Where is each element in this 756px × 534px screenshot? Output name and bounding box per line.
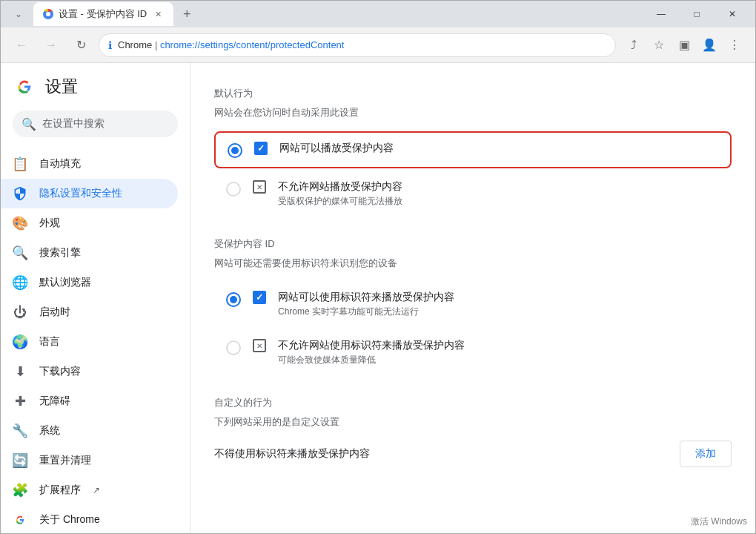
- option2-subtitle: 受版权保护的媒体可能无法播放: [278, 195, 720, 208]
- option4-title: 不允许网站使用标识符来播放受保护内容: [278, 339, 720, 352]
- sidebar-item-autofill[interactable]: 📋 自动填充: [1, 149, 178, 179]
- startup-label: 启动时: [39, 306, 70, 319]
- custom-behavior-label: 自定义的行为: [214, 396, 732, 409]
- nav-bar: ← → ↻ ℹ Chrome | chrome://settings/conte…: [1, 27, 755, 63]
- search-icon: 🔍: [21, 117, 36, 131]
- option1-text: 网站可以播放受保护内容: [279, 142, 718, 156]
- active-tab[interactable]: 设置 - 受保护内容 ID ✕: [33, 2, 173, 26]
- back-button[interactable]: ←: [10, 33, 33, 57]
- option-allow-identifier[interactable]: 网站可以使用标识符来播放受保护内容 Chrome 实时字幕功能可能无法运行: [214, 282, 732, 327]
- settings-title: 设置: [45, 76, 78, 98]
- option2-radio[interactable]: [226, 182, 241, 197]
- privacy-label: 隐私设置和安全性: [39, 187, 122, 200]
- title-bar-left: ⌄ 设置 - 受保护内容 ID ✕ +: [7, 2, 197, 26]
- autofill-label: 自动填充: [39, 157, 81, 171]
- appearance-label: 外观: [39, 217, 60, 230]
- extensions-icon: 🧩: [13, 483, 27, 498]
- menu-button[interactable]: ⋮: [723, 33, 746, 57]
- accessibility-label: 无障碍: [39, 395, 70, 408]
- title-bar: ⌄ 设置 - 受保护内容 ID ✕ + — □ ✕: [1, 1, 755, 27]
- option-allow-play[interactable]: 网站可以播放受保护内容: [214, 131, 732, 168]
- address-text: Chrome | chrome://settings/content/prote…: [118, 39, 606, 50]
- not-allowed-row: 不得使用标识符来播放受保护内容 添加: [214, 441, 732, 467]
- sidebar-item-privacy[interactable]: 隐私设置和安全性: [1, 179, 178, 208]
- option2-title: 不允许网站播放受保护内容: [278, 180, 720, 194]
- browser-label: 默认浏览器: [39, 276, 91, 289]
- option3-text: 网站可以使用标识符来播放受保护内容 Chrome 实时字幕功能可能无法运行: [278, 291, 720, 318]
- option1-checkbox: [254, 142, 268, 155]
- option4-radio[interactable]: [226, 340, 241, 355]
- sidebar-item-reset[interactable]: 🔄 重置并清理: [1, 446, 178, 475]
- add-button[interactable]: 添加: [680, 441, 732, 467]
- option3-radio[interactable]: [226, 292, 241, 307]
- address-path: chrome://settings/content/protectedConte…: [160, 39, 345, 50]
- chrome-label: Chrome: [118, 39, 152, 50]
- sidebar-item-about[interactable]: 关于 Chrome: [1, 505, 178, 533]
- tab-title: 设置 - 受保护内容 ID: [59, 7, 147, 21]
- profile-button[interactable]: 👤: [697, 33, 721, 57]
- google-logo: [13, 75, 36, 99]
- settings-search-bar[interactable]: 🔍 在设置中搜索: [13, 111, 178, 137]
- custom-behavior-desc: 下列网站采用的是自定义设置: [214, 415, 732, 429]
- option2-text: 不允许网站播放受保护内容 受版权保护的媒体可能无法播放: [278, 180, 720, 208]
- option1-radio[interactable]: [228, 143, 242, 158]
- option3-subtitle: Chrome 实时字幕功能可能无法运行: [278, 306, 720, 318]
- settings-header: 设置: [1, 69, 190, 111]
- tab-favicon: [42, 8, 54, 20]
- search-placeholder: 在设置中搜索: [42, 117, 105, 131]
- maximize-button[interactable]: □: [680, 1, 714, 27]
- sidebar-item-downloads[interactable]: ⬇ 下载内容: [1, 357, 178, 386]
- sidebar-item-startup[interactable]: ⏻ 启动时: [1, 297, 178, 327]
- sidebar-item-system[interactable]: 🔧 系统: [1, 416, 178, 446]
- downloads-icon: ⬇: [13, 364, 27, 379]
- share-button[interactable]: ⤴: [622, 33, 646, 57]
- close-button[interactable]: ✕: [715, 1, 749, 27]
- sidebar-item-browser[interactable]: 🌐 默认浏览器: [1, 268, 178, 297]
- not-allowed-label: 不得使用标识符来播放受保护内容: [214, 447, 370, 461]
- sidebar-item-search[interactable]: 🔍 搜索引擎: [1, 238, 178, 268]
- content-area: 默认行为 网站会在您访问时自动采用此设置 网站可以播放受保护内容 不允许网站播放…: [190, 63, 755, 533]
- option-disallow-identifier[interactable]: 不允许网站使用标识符来播放受保护内容 可能会致使媒体质量降低: [214, 330, 732, 375]
- protected-id-label: 受保护内容 ID: [214, 237, 732, 251]
- option4-blocked-icon: [253, 339, 266, 352]
- title-bar-controls: — □ ✕: [644, 1, 749, 27]
- main-content: 设置 🔍 在设置中搜索 📋 自动填充 隐私设置和安全性 🎨 外观: [1, 63, 755, 533]
- title-bar-chevron[interactable]: ⌄: [7, 2, 30, 26]
- option-disallow-play[interactable]: 不允许网站播放受保护内容 受版权保护的媒体可能无法播放: [214, 171, 732, 217]
- language-icon: 🌍: [13, 334, 27, 349]
- protected-id-desc: 网站可能还需要使用标识符来识别您的设备: [214, 257, 732, 270]
- language-label: 语言: [39, 335, 60, 349]
- address-bar[interactable]: ℹ Chrome | chrome://settings/content/pro…: [99, 33, 616, 57]
- sidebar-item-accessibility[interactable]: ✚ 无障碍: [1, 386, 178, 416]
- sidebar-item-language[interactable]: 🌍 语言: [1, 327, 178, 357]
- reset-label: 重置并清理: [39, 454, 91, 467]
- option3-checkbox: [253, 291, 266, 304]
- option4-text: 不允许网站使用标识符来播放受保护内容 可能会致使媒体质量降低: [278, 339, 720, 366]
- sidebar-item-extensions[interactable]: 🧩 扩展程序 ↗: [1, 475, 178, 505]
- forward-button[interactable]: →: [39, 33, 63, 57]
- extensions-label: 扩展程序: [39, 484, 81, 497]
- system-label: 系统: [39, 424, 60, 438]
- bookmark-button[interactable]: ☆: [647, 33, 671, 57]
- browser-icon: 🌐: [13, 275, 27, 290]
- minimize-button[interactable]: —: [644, 1, 678, 27]
- search-engine-icon: 🔍: [13, 245, 27, 260]
- system-icon: 🔧: [13, 423, 27, 438]
- sidebar-item-appearance[interactable]: 🎨 外观: [1, 208, 178, 238]
- svg-point-1: [46, 12, 50, 16]
- sidebar: 设置 🔍 在设置中搜索 📋 自动填充 隐私设置和安全性 🎨 外观: [1, 63, 190, 533]
- windows-activation: 激活 Windows: [691, 515, 747, 528]
- about-label: 关于 Chrome: [39, 513, 100, 527]
- address-separator: |: [155, 39, 160, 50]
- downloads-label: 下载内容: [39, 365, 81, 378]
- option4-subtitle: 可能会致使媒体质量降低: [278, 354, 720, 366]
- tab-search-button[interactable]: ▣: [672, 33, 696, 57]
- default-behavior-desc: 网站会在您访问时自动采用此设置: [214, 106, 732, 119]
- option2-blocked-icon: [253, 180, 266, 194]
- appearance-icon: 🎨: [13, 216, 27, 231]
- option1-title: 网站可以播放受保护内容: [279, 142, 718, 155]
- refresh-button[interactable]: ↻: [69, 33, 93, 57]
- new-tab-button[interactable]: +: [176, 4, 197, 24]
- nav-actions: ⤴ ☆ ▣ 👤 ⋮: [622, 33, 746, 57]
- tab-close-button[interactable]: ✕: [151, 7, 165, 21]
